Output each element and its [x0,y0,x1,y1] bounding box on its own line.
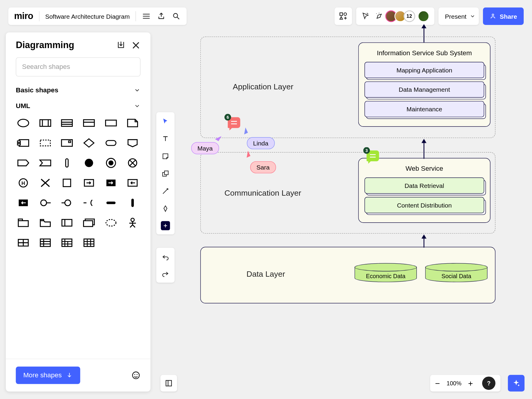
comment-thread-green[interactable]: 3 [367,151,379,161]
data-layer-box[interactable]: Data Layer Economic Data Social Data [200,247,495,303]
cursor-label: Maya [191,142,219,154]
cursor-label: Sara [250,161,276,173]
zoom-out-button[interactable]: − [435,379,440,388]
cylinder-economic-data[interactable]: Economic Data [354,263,417,282]
service-item[interactable]: Mapping Application [365,62,484,78]
subsystem-title: Information Service Sub System [365,50,484,57]
service-item[interactable]: Content Distribution [365,197,484,213]
zoom-in-button[interactable]: + [468,379,473,388]
application-layer-label: Application Layer [233,82,293,91]
cylinder-social-data[interactable]: Social Data [425,263,487,282]
data-layer-label: Data Layer [246,270,285,279]
communication-layer-label: Communication Layer [224,189,301,198]
cursor-label: Linda [247,137,275,149]
user-cursor-sara: Sara [250,161,276,173]
zoom-control: − 100% + ? [430,375,501,392]
service-item[interactable]: Data Management [365,81,484,98]
svg-rect-45 [166,380,172,386]
user-cursor-maya: Maya [191,142,219,154]
canvas[interactable]: Application Layer Information Service Su… [0,0,532,399]
user-cursor-linda: Linda [247,137,275,149]
service-item[interactable]: Data Retrieval [365,178,484,194]
service-item[interactable]: Maintenance [365,101,484,117]
comment-count: 6 [224,114,231,121]
web-service-box[interactable]: Web Service Data Retrieval Content Distr… [358,158,490,223]
frames-panel-toggle[interactable] [160,375,177,392]
subsystem-title: Web Service [365,165,484,172]
ai-assistant-button[interactable] [508,375,525,392]
information-service-subsystem[interactable]: Information Service Sub System Mapping A… [358,42,490,127]
comment-count: 3 [363,147,370,154]
help-button[interactable]: ? [482,376,495,390]
comment-thread-red[interactable]: 6 [228,117,240,128]
zoom-level[interactable]: 100% [446,380,461,387]
